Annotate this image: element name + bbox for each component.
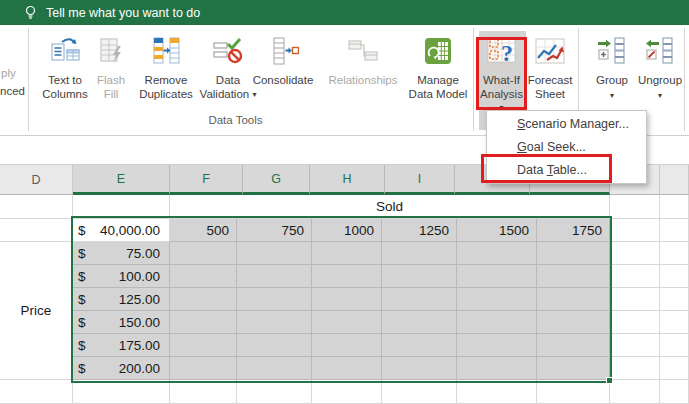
cell[interactable] [382, 311, 457, 334]
cell[interactable] [382, 334, 457, 357]
cell[interactable] [457, 242, 537, 265]
cell[interactable] [660, 195, 689, 219]
cell[interactable] [170, 380, 237, 404]
group-icon [596, 30, 628, 72]
menu-item-scenario-manager[interactable]: Scenario Manager... [487, 113, 646, 136]
cell[interactable] [660, 357, 689, 380]
cell[interactable] [312, 288, 382, 311]
cell[interactable] [237, 357, 312, 380]
cell[interactable] [312, 311, 382, 334]
menu-item-data-table[interactable]: Data Table... [487, 159, 646, 182]
reapply-fragment[interactable]: ply [1, 67, 16, 79]
column-header-f[interactable]: F [170, 165, 243, 195]
cell[interactable] [312, 265, 382, 288]
cell[interactable] [0, 219, 73, 242]
cell[interactable] [312, 334, 382, 357]
cell[interactable] [382, 357, 457, 380]
cell-k2[interactable]: 1750 [537, 219, 610, 242]
cell[interactable] [237, 288, 312, 311]
cell[interactable] [0, 380, 73, 404]
cell[interactable] [660, 334, 689, 357]
price-cell[interactable]: $200.00 [73, 357, 170, 380]
cell[interactable] [312, 242, 382, 265]
sold-header-cell[interactable]: Sold [170, 195, 610, 219]
cell[interactable] [170, 288, 237, 311]
price-cell[interactable]: $100.00 [73, 265, 170, 288]
column-header-h[interactable]: H [310, 165, 385, 195]
fill-handle[interactable] [606, 377, 613, 384]
cell[interactable] [170, 265, 237, 288]
cell[interactable] [73, 195, 170, 219]
tell-me-bar[interactable]: Tell me what you want to do [0, 0, 689, 25]
column-header-e[interactable]: E [73, 165, 170, 195]
cell[interactable] [457, 288, 537, 311]
cell[interactable] [170, 242, 237, 265]
sheet-row-6: $150.00 [73, 311, 689, 334]
column-header-g[interactable]: G [243, 165, 310, 195]
cell[interactable] [457, 334, 537, 357]
cell[interactable] [170, 334, 237, 357]
column-header-d[interactable]: D [0, 165, 73, 195]
cell[interactable] [312, 380, 382, 404]
cell[interactable] [457, 311, 537, 334]
active-cell-e2[interactable]: $ 40,000.00 [73, 219, 170, 242]
cell[interactable] [537, 357, 610, 380]
cell[interactable] [312, 357, 382, 380]
cell[interactable] [457, 380, 537, 404]
cell[interactable] [170, 357, 237, 380]
cell[interactable] [237, 265, 312, 288]
cell[interactable] [610, 265, 660, 288]
cell[interactable] [537, 265, 610, 288]
cell[interactable] [610, 380, 660, 404]
cell[interactable] [660, 380, 689, 404]
ungroup-icon [644, 30, 676, 72]
cell[interactable] [237, 242, 312, 265]
menu-item-goal-seek[interactable]: Goal Seek... [487, 136, 646, 159]
cell[interactable] [610, 288, 660, 311]
cell-g2[interactable]: 750 [237, 219, 312, 242]
cell[interactable] [537, 288, 610, 311]
tell-me-text[interactable]: Tell me what you want to do [46, 6, 200, 20]
cell[interactable] [382, 288, 457, 311]
cell[interactable] [0, 195, 73, 219]
cell[interactable] [660, 219, 689, 242]
cell-i2[interactable]: 1250 [382, 219, 457, 242]
cell[interactable] [610, 334, 660, 357]
cell[interactable] [660, 311, 689, 334]
cell[interactable] [382, 242, 457, 265]
price-cell[interactable]: $175.00 [73, 334, 170, 357]
cell[interactable] [237, 334, 312, 357]
what-if-analysis-icon: ? [486, 30, 518, 72]
cell[interactable] [457, 357, 537, 380]
advanced-fragment[interactable]: nced [0, 85, 25, 97]
price-cell[interactable]: $75.00 [73, 242, 170, 265]
cell[interactable] [660, 265, 689, 288]
cell[interactable] [170, 311, 237, 334]
cell[interactable] [537, 334, 610, 357]
cell[interactable] [537, 311, 610, 334]
cell[interactable] [382, 380, 457, 404]
cell[interactable] [610, 219, 660, 242]
sheet-row-5: $125.00 [73, 288, 689, 311]
cell[interactable] [382, 265, 457, 288]
cell-h2[interactable]: 1000 [312, 219, 382, 242]
cell[interactable] [610, 357, 660, 380]
column-header-i[interactable]: I [385, 165, 455, 195]
cell[interactable] [660, 242, 689, 265]
cell[interactable] [73, 380, 170, 404]
price-cell[interactable]: $150.00 [73, 311, 170, 334]
price-merged-cell[interactable]: Price [0, 242, 73, 380]
cell[interactable] [237, 380, 312, 404]
cell[interactable] [660, 288, 689, 311]
price-cell[interactable]: $125.00 [73, 288, 170, 311]
cell-f2[interactable]: 500 [170, 219, 237, 242]
cell[interactable] [610, 242, 660, 265]
cell[interactable] [237, 311, 312, 334]
cell[interactable] [457, 265, 537, 288]
cell[interactable] [610, 311, 660, 334]
cell[interactable] [610, 195, 660, 219]
cell-j2[interactable]: 1500 [457, 219, 537, 242]
cell[interactable] [537, 242, 610, 265]
cell[interactable] [537, 380, 610, 404]
column-header-partial[interactable] [660, 165, 689, 195]
